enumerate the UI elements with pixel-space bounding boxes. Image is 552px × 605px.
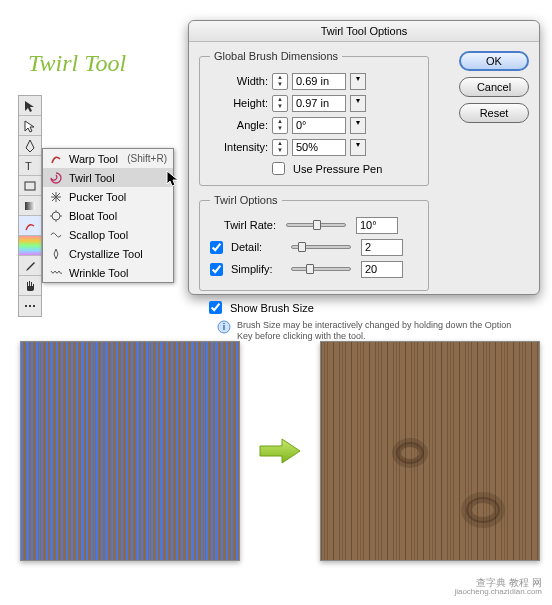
eyedropper-icon	[23, 259, 37, 273]
svg-text:T: T	[25, 160, 32, 172]
example-row	[20, 332, 540, 570]
flyout-item-twirl[interactable]: Twirl Tool	[43, 168, 173, 187]
gradient-icon	[23, 199, 37, 213]
width-unit-dropdown[interactable]: ▾	[350, 73, 366, 90]
flyout-label: Bloat Tool	[69, 210, 117, 222]
bloat-icon	[49, 209, 63, 223]
flyout-label: Crystallize Tool	[69, 248, 143, 260]
page-title: Twirl Tool	[28, 50, 126, 77]
height-unit-dropdown[interactable]: ▾	[350, 95, 366, 112]
tool-swatch[interactable]	[19, 236, 41, 256]
height-input[interactable]	[292, 95, 346, 112]
pucker-icon	[49, 190, 63, 204]
after-texture	[320, 341, 540, 561]
dialog-title: Twirl Tool Options	[189, 21, 539, 42]
group-legend: Global Brush Dimensions	[210, 50, 342, 62]
tool-direct-select[interactable]	[19, 116, 41, 136]
simplify-input[interactable]	[361, 261, 403, 278]
selection-icon	[23, 99, 37, 113]
intensity-label: Intensity:	[210, 141, 268, 153]
svg-point-4	[29, 305, 31, 307]
twirl-rate-label: Twirl Rate:	[210, 219, 276, 231]
simplify-checkbox[interactable]	[210, 263, 223, 276]
width-stepper[interactable]: ▲▼	[272, 73, 288, 90]
flyout-shortcut: (Shift+R)	[127, 153, 167, 164]
flyout-label: Twirl Tool	[69, 172, 115, 184]
svg-point-3	[25, 305, 27, 307]
show-brush-size-checkbox[interactable]	[209, 301, 222, 314]
flyout-label: Wrinkle Tool	[69, 267, 129, 279]
group-legend: Twirl Options	[210, 194, 282, 206]
detail-slider[interactable]	[291, 245, 351, 249]
simplify-label: Simplify:	[231, 263, 281, 275]
tool-hand[interactable]	[19, 276, 41, 296]
flyout-label: Scallop Tool	[69, 229, 128, 241]
flyout-label: Pucker Tool	[69, 191, 126, 203]
arrow-icon	[256, 436, 304, 466]
height-label: Height:	[210, 97, 268, 109]
scallop-icon	[49, 228, 63, 242]
tool-more[interactable]	[19, 296, 41, 316]
watermark-line2: jiaocheng.chazidian.com	[454, 588, 542, 597]
svg-rect-1	[25, 182, 35, 190]
simplify-slider[interactable]	[291, 267, 351, 271]
use-pressure-pen-label: Use Pressure Pen	[293, 163, 382, 175]
ellipsis-icon	[23, 299, 37, 313]
tool-selection[interactable]	[19, 96, 41, 116]
twirl-tool-options-dialog: Twirl Tool Options OK Cancel Reset Globa…	[188, 20, 540, 295]
twirl-rate-slider[interactable]	[286, 223, 346, 227]
width-label: Width:	[210, 75, 268, 87]
tool-eyedropper[interactable]	[19, 256, 41, 276]
tool-type[interactable]: T	[19, 156, 41, 176]
detail-label: Detail:	[231, 241, 281, 253]
intensity-input[interactable]	[292, 139, 346, 156]
intensity-dropdown[interactable]: ▾	[350, 139, 366, 156]
detail-input[interactable]	[361, 239, 403, 256]
width-input[interactable]	[292, 73, 346, 90]
flyout-item-scallop[interactable]: Scallop Tool	[43, 225, 173, 244]
warp-group-icon	[23, 219, 37, 233]
use-pressure-pen-checkbox[interactable]	[272, 162, 285, 175]
warp-tools-flyout: Warp Tool (Shift+R) Twirl Tool Pucker To…	[42, 148, 174, 283]
height-stepper[interactable]: ▲▼	[272, 95, 288, 112]
flyout-item-warp[interactable]: Warp Tool (Shift+R)	[43, 149, 173, 168]
svg-point-6	[52, 212, 60, 220]
svg-rect-2	[25, 202, 35, 210]
svg-text:i: i	[223, 322, 226, 332]
direct-select-icon	[23, 119, 37, 133]
flyout-item-wrinkle[interactable]: Wrinkle Tool	[43, 263, 173, 282]
crystallize-icon	[49, 247, 63, 261]
svg-point-5	[33, 305, 35, 307]
show-brush-size-label: Show Brush Size	[230, 302, 314, 314]
wood-knot	[396, 442, 424, 464]
tool-pen[interactable]	[19, 136, 41, 156]
angle-dropdown[interactable]: ▾	[350, 117, 366, 134]
type-icon: T	[23, 159, 37, 173]
flyout-item-crystallize[interactable]: Crystallize Tool	[43, 244, 173, 263]
flyout-label: Warp Tool	[69, 153, 118, 165]
tool-gradient[interactable]	[19, 196, 41, 216]
twirl-rate-input[interactable]	[356, 217, 398, 234]
twirl-options-group: Twirl Options Twirl Rate: Detail: Simpli…	[199, 194, 429, 291]
angle-label: Angle:	[210, 119, 268, 131]
global-brush-dimensions-group: Global Brush Dimensions Width: ▲▼ ▾ Heig…	[199, 50, 429, 186]
rectangle-icon	[23, 179, 37, 193]
watermark: 查字典 教程 网 jiaocheng.chazidian.com	[450, 575, 546, 599]
flyout-item-bloat[interactable]: Bloat Tool	[43, 206, 173, 225]
wrinkle-icon	[49, 266, 63, 280]
angle-input[interactable]	[292, 117, 346, 134]
tools-panel: T	[18, 95, 42, 317]
warp-icon	[49, 152, 63, 166]
before-texture	[20, 341, 240, 561]
hand-icon	[23, 279, 37, 293]
intensity-stepper[interactable]: ▲▼	[272, 139, 288, 156]
twirl-icon	[49, 171, 63, 185]
flyout-item-pucker[interactable]: Pucker Tool	[43, 187, 173, 206]
tool-warp-liquify[interactable]	[19, 216, 41, 236]
tool-shape[interactable]	[19, 176, 41, 196]
detail-checkbox[interactable]	[210, 241, 223, 254]
pen-icon	[23, 139, 37, 153]
angle-stepper[interactable]: ▲▼	[272, 117, 288, 134]
wood-knot	[466, 497, 500, 523]
